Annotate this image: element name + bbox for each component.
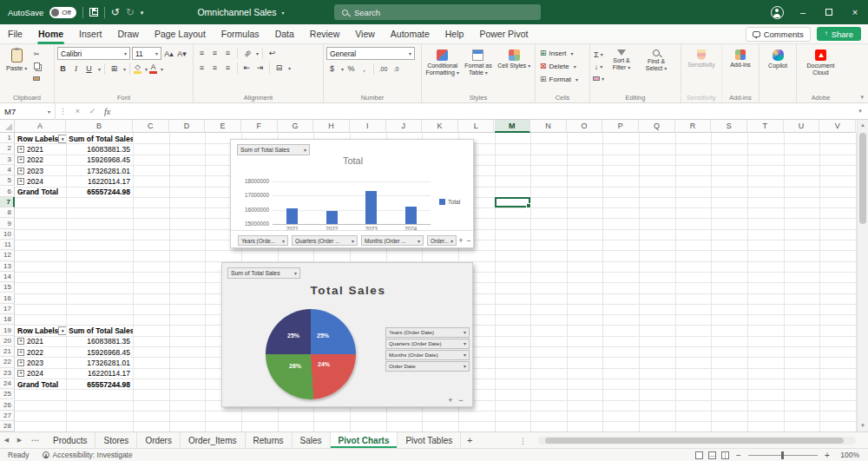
filter-dropdown-button[interactable]: ▾ <box>58 135 66 143</box>
row-header-16[interactable]: 16 <box>0 293 15 304</box>
row-header-9[interactable]: 9 <box>0 218 15 228</box>
sheet-tab-stores[interactable]: Stores <box>95 432 137 448</box>
undo-button[interactable]: ↺ <box>111 7 120 17</box>
pie-collapse-button[interactable]: − <box>457 396 465 405</box>
pivot-value[interactable]: 16083881.35 <box>67 144 133 154</box>
expand-button[interactable]: + <box>17 168 24 175</box>
formula-bar-menu-icon[interactable]: ⋮ <box>56 107 70 115</box>
italic-button[interactable]: I <box>70 63 82 75</box>
select-all-corner[interactable] <box>0 120 15 133</box>
insert-function-button[interactable]: fx <box>100 107 115 116</box>
expand-button[interactable]: + <box>17 349 24 356</box>
row-header-13[interactable]: 13 <box>0 261 15 272</box>
pivot-row-label[interactable]: +2021 <box>16 144 66 154</box>
column-header-B[interactable]: B <box>66 120 133 133</box>
row-header-12[interactable]: 12 <box>0 250 15 260</box>
ribbon-tab-draw[interactable]: Draw <box>109 24 147 44</box>
column-header-H[interactable]: H <box>313 120 350 133</box>
column-header-A[interactable]: A <box>15 120 66 133</box>
horizontal-scrollbar[interactable] <box>538 437 856 445</box>
pivot-value[interactable]: 17326281.01 <box>67 358 133 367</box>
close-button[interactable]: × <box>842 0 868 24</box>
filter-dropdown-button[interactable]: ▾ <box>58 326 66 335</box>
sheet-tab-products[interactable]: Products <box>45 432 95 448</box>
normal-view-button[interactable] <box>695 451 703 459</box>
bold-button[interactable]: B <box>57 63 69 75</box>
pivot-row-label[interactable]: +2024 <box>16 369 66 379</box>
quick-access-chevron-icon[interactable]: ▾ <box>141 10 144 16</box>
pivot-grand-total-value[interactable]: 65557244.98 <box>67 188 133 197</box>
row-header-4[interactable]: 4 <box>0 165 15 175</box>
ribbon-tab-home[interactable]: Home <box>30 24 71 44</box>
copilot-button[interactable]: Copilot <box>762 47 793 92</box>
account-button[interactable] <box>764 0 790 24</box>
align-left-button[interactable]: ≡ <box>196 62 207 74</box>
pie-filter-2[interactable]: Months (Order Date)▾ <box>385 350 470 360</box>
row-header-5[interactable]: 5 <box>0 175 15 186</box>
ribbon-tab-help[interactable]: Help <box>437 24 472 44</box>
ribbon-tab-insert[interactable]: Insert <box>71 24 109 44</box>
column-header-T[interactable]: T <box>747 120 784 133</box>
pivot-row-label[interactable]: +2023 <box>16 166 66 175</box>
scroll-down-arrow[interactable]: ▼ <box>858 420 868 431</box>
row-header-21[interactable]: 21 <box>0 346 15 357</box>
pie-field-button[interactable]: Sum of Total Sales▾ <box>227 267 300 279</box>
more-sheets-icon[interactable]: ••• <box>26 432 45 448</box>
column-header-K[interactable]: K <box>422 120 458 133</box>
pivot-header-row-labels[interactable]: Row Labels▾ <box>16 134 66 143</box>
column-header-S[interactable]: S <box>711 120 747 133</box>
merge-center-button[interactable]: ⊟ <box>273 62 285 74</box>
pivot-chart-bar[interactable]: Sum of Total Sales▾Total1800000017000000… <box>230 139 474 248</box>
pivot-row-label[interactable]: +2021 <box>16 337 66 346</box>
row-header-23[interactable]: 23 <box>0 368 15 379</box>
bar-filter-3[interactable]: Order...▾ <box>427 235 457 246</box>
ribbon-tab-data[interactable]: Data <box>267 24 302 44</box>
row-header-17[interactable]: 17 <box>0 304 15 314</box>
bar-2022[interactable] <box>326 211 338 224</box>
row-header-6[interactable]: 6 <box>0 187 15 197</box>
row-header-2[interactable]: 2 <box>0 143 15 154</box>
column-header-P[interactable]: P <box>602 120 639 133</box>
column-header-M[interactable]: M <box>495 120 531 133</box>
pivot-row-label[interactable]: +2023 <box>16 358 66 367</box>
ribbon-tab-formulas[interactable]: Formulas <box>214 24 267 44</box>
decrease-font-size-button[interactable]: A▾ <box>176 48 187 60</box>
column-header-U[interactable]: U <box>784 120 820 133</box>
row-header-14[interactable]: 14 <box>0 272 15 282</box>
bar-filter-2[interactable]: Months (Order ...▾ <box>361 235 424 246</box>
maximize-button[interactable] <box>816 0 842 24</box>
pivot-row-label[interactable]: +2022 <box>16 155 66 165</box>
previous-sheet-arrow[interactable]: ◀ <box>0 432 13 448</box>
column-header-G[interactable]: G <box>278 120 314 133</box>
comma-style-button[interactable]: , <box>358 63 370 75</box>
vertical-scrollbar[interactable]: ▲ ▼ <box>857 120 868 431</box>
redo-button[interactable]: ↻ <box>126 7 135 17</box>
column-header-I[interactable]: I <box>350 120 386 133</box>
minimize-button[interactable]: – <box>790 0 816 24</box>
paste-button[interactable]: Paste▾ <box>3 47 30 92</box>
delete-cells-button[interactable]: ⊠Delete▾ <box>538 60 587 72</box>
bar-collapse-button[interactable]: − <box>464 236 473 245</box>
row-header-25[interactable]: 25 <box>0 389 15 399</box>
fill-button[interactable]: ↓▾ <box>593 61 604 72</box>
document-title[interactable]: Omnichannel Sales ▾ <box>197 7 284 17</box>
bar-2023[interactable] <box>365 191 377 224</box>
row-header-27[interactable]: 27 <box>0 411 15 421</box>
row-header-18[interactable]: 18 <box>0 314 15 325</box>
pivot-value[interactable]: 15926968.45 <box>67 347 133 357</box>
increase-decimal-button[interactable]: .00 <box>378 63 389 75</box>
bar-filter-1[interactable]: Quarters (Order ...▾ <box>292 235 358 246</box>
pivot-row-label[interactable]: +2022 <box>16 347 66 357</box>
sheet-tab-order-items[interactable]: Order_Items <box>181 432 246 448</box>
pivot-grand-total-value[interactable]: 65557244.98 <box>67 379 133 389</box>
column-header-C[interactable]: C <box>133 120 169 133</box>
row-header-11[interactable]: 11 <box>0 240 15 250</box>
column-header-J[interactable]: J <box>386 120 423 133</box>
zoom-slider[interactable] <box>748 455 818 456</box>
name-box[interactable]: M7 ▾ <box>0 103 56 120</box>
ribbon-tab-page-layout[interactable]: Page Layout <box>147 24 214 44</box>
vertical-scroll-thumb[interactable] <box>859 133 866 224</box>
pivot-chart-pie[interactable]: Sum of Total Sales▾Total Sales25%24%26%2… <box>221 262 473 407</box>
borders-button[interactable]: ⊞ <box>108 63 120 75</box>
pie-plot[interactable]: 25%24%26%25% <box>266 309 356 399</box>
